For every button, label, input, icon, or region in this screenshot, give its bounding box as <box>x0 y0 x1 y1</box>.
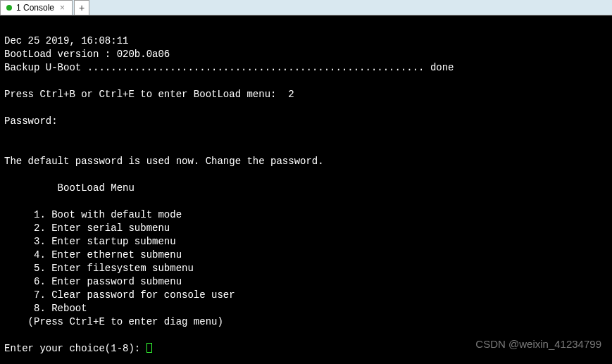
enter-menu-hint: Press Ctrl+B or Ctrl+E to enter BootLoad… <box>4 89 288 100</box>
new-tab-button[interactable]: + <box>74 0 89 15</box>
menu-item: 1. Boot with default mode <box>4 208 608 222</box>
menu-item: 8. Reboot <box>4 302 608 315</box>
menu-item: 3. Enter startup submenu <box>4 235 608 249</box>
bootload-version-label: BootLoad version : <box>4 49 117 60</box>
menu-item: 2. Enter serial submenu <box>4 222 608 235</box>
menu-item: 6. Enter password submenu <box>4 275 608 289</box>
tab-status-dot-icon <box>6 5 12 11</box>
menu-item: 7. Clear password for console user <box>4 289 608 302</box>
menu-item: 5. Enter filesystem submenu <box>4 262 608 275</box>
watermark: CSDN @weixin_41234799 <box>475 338 601 350</box>
plus-icon: + <box>79 2 85 13</box>
tab-label: 1 Console <box>16 3 54 13</box>
cursor-icon <box>146 343 152 353</box>
bootload-menu-title: BootLoad Menu <box>4 182 135 194</box>
menu-item: 4. Enter ethernet submenu <box>4 249 608 262</box>
boot-timestamp: Dec 25 2019, 16:08:11 <box>4 34 608 48</box>
tab-close-icon[interactable]: × <box>58 3 66 13</box>
terminal-output[interactable]: Dec 25 2019, 16:08:11BootLoad version : … <box>0 15 612 361</box>
choice-prompt: Enter your choice(1-8): <box>4 343 146 354</box>
backup-status: done <box>425 62 454 73</box>
tab-bar: 1 Console × + <box>0 0 612 15</box>
console-tab[interactable]: 1 Console × <box>0 0 73 15</box>
diag-menu-hint: (Press Ctrl+E to enter diag menu) <box>4 315 608 329</box>
bootload-version: 020b.0a06 <box>117 49 170 60</box>
password-prompt: Password: <box>4 115 58 127</box>
menu-countdown: 2 <box>288 89 294 100</box>
backup-progress-dots: ........................................… <box>87 62 425 73</box>
default-password-warning: The default password is used now. Change… <box>4 156 324 167</box>
backup-label: Backup U-Boot <box>4 62 87 73</box>
